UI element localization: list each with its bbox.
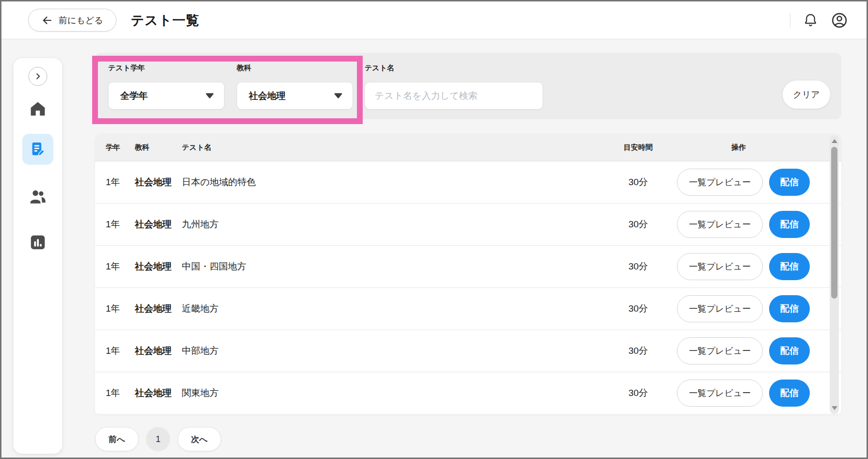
deliver-button[interactable]: 配信: [769, 253, 810, 280]
subject-filter-value: 社会地理: [249, 90, 286, 102]
app-window: 前にもどる テスト一覧: [0, 0, 868, 459]
preview-button[interactable]: 一覧プレビュー: [677, 169, 763, 196]
row-subject: 社会地理: [135, 260, 172, 273]
row-subject: 社会地理: [135, 176, 172, 189]
row-subject: 社会地理: [135, 302, 172, 315]
next-page-button[interactable]: 次へ: [177, 427, 221, 451]
row-duration: 30分: [603, 302, 674, 315]
grade-filter-label: テスト学年: [108, 63, 145, 73]
row-test-name: 九州地方: [182, 218, 219, 231]
scrollbar-thumb[interactable]: [831, 147, 837, 299]
row-grade: 1年: [106, 302, 120, 315]
header-actions: [790, 12, 848, 29]
test-name-search-input[interactable]: [365, 82, 543, 110]
row-test-name: 中部地方: [182, 345, 219, 357]
sidebar-item-home[interactable]: [29, 100, 47, 118]
sidebar-item-students[interactable]: [28, 188, 48, 205]
back-button-label: 前にもどる: [59, 15, 103, 26]
preview-button[interactable]: 一覧プレビュー: [677, 253, 763, 280]
table-body: 1年 社会地理 日本の地域的特色 30分 一覧プレビュー 配信 1年 社会地理 …: [95, 161, 841, 414]
deliver-button[interactable]: 配信: [769, 380, 810, 407]
clear-filters-button[interactable]: クリア: [782, 80, 831, 109]
sidebar-item-tests[interactable]: [22, 134, 53, 165]
row-duration: 30分: [603, 218, 674, 231]
table-header-row: 学年 教科 テスト名 目安時間 操作: [95, 134, 841, 161]
account-button[interactable]: [831, 12, 848, 29]
subject-filter-label: 教科: [237, 63, 251, 73]
people-icon: [28, 188, 48, 205]
sidebar-expand-button[interactable]: [29, 67, 48, 86]
row-duration: 30分: [603, 345, 674, 357]
sidebar-item-reports[interactable]: [29, 233, 47, 252]
table-row: 1年 社会地理 九州地方 30分 一覧プレビュー 配信: [95, 204, 841, 246]
deliver-button[interactable]: 配信: [769, 169, 810, 196]
current-page-button[interactable]: 1: [146, 427, 170, 451]
back-arrow-icon: [41, 15, 53, 26]
chevron-right-icon: [33, 72, 43, 81]
table-row: 1年 社会地理 日本の地域的特色 30分 一覧プレビュー 配信: [95, 161, 841, 204]
column-header-duration: 目安時間: [603, 143, 674, 152]
document-edit-icon: [29, 141, 47, 158]
grade-filter-select[interactable]: 全学年: [108, 82, 225, 110]
table-scrollbar[interactable]: [830, 135, 839, 414]
row-subject: 社会地理: [135, 345, 172, 357]
row-duration: 30分: [603, 387, 674, 399]
caret-down-icon: [334, 92, 343, 99]
row-grade: 1年: [106, 218, 120, 231]
sidebar-nav: [14, 58, 62, 454]
header-divider: [790, 13, 790, 28]
pagination: 前へ 1 次へ: [95, 427, 221, 451]
notifications-button[interactable]: [803, 12, 818, 28]
row-test-name: 近畿地方: [182, 302, 219, 315]
scroll-up-arrow-icon[interactable]: [832, 139, 837, 143]
preview-button[interactable]: 一覧プレビュー: [677, 380, 763, 407]
row-grade: 1年: [106, 176, 120, 189]
header-bar: 前にもどる テスト一覧: [1, 1, 867, 39]
preview-button[interactable]: 一覧プレビュー: [677, 295, 763, 322]
column-header-subject: 教科: [135, 143, 149, 152]
bell-icon: [803, 12, 818, 28]
preview-button[interactable]: 一覧プレビュー: [677, 337, 763, 364]
filter-panel: テスト学年 全学年 教科 社会地理 テスト名 クリア: [95, 53, 841, 119]
table-row: 1年 社会地理 中国・四国地方 30分 一覧プレビュー 配信: [95, 246, 841, 288]
grade-filter-value: 全学年: [120, 90, 148, 102]
row-test-name: 関東地方: [182, 387, 219, 399]
column-header-actions: 操作: [703, 143, 774, 152]
bar-chart-icon: [29, 233, 47, 252]
deliver-button[interactable]: 配信: [769, 295, 810, 322]
row-grade: 1年: [106, 260, 120, 273]
home-icon: [29, 100, 47, 118]
table-row: 1年 社会地理 近畿地方 30分 一覧プレビュー 配信: [95, 288, 841, 330]
back-button[interactable]: 前にもどる: [28, 9, 116, 32]
row-grade: 1年: [106, 387, 120, 399]
subject-filter-select[interactable]: 社会地理: [237, 82, 353, 110]
row-test-name: 中国・四国地方: [182, 260, 246, 273]
row-subject: 社会地理: [135, 218, 172, 231]
row-subject: 社会地理: [135, 387, 172, 399]
deliver-button[interactable]: 配信: [769, 337, 810, 364]
row-grade: 1年: [106, 345, 120, 357]
test-name-filter-label: テスト名: [365, 63, 394, 73]
table-row: 1年 社会地理 中部地方 30分 一覧プレビュー 配信: [95, 330, 841, 372]
column-header-grade: 学年: [106, 143, 120, 152]
table-row: 1年 社会地理 関東地方 30分 一覧プレビュー 配信: [95, 372, 841, 414]
scroll-down-arrow-icon[interactable]: [832, 406, 837, 410]
deliver-button[interactable]: 配信: [769, 211, 810, 238]
prev-page-button[interactable]: 前へ: [95, 427, 139, 451]
row-test-name: 日本の地域的特色: [182, 176, 256, 189]
page-title: テスト一覧: [131, 12, 200, 29]
tests-table: 学年 教科 テスト名 目安時間 操作 1年 社会地理 日本の地域的特色 30分 …: [95, 134, 841, 415]
row-duration: 30分: [603, 176, 674, 189]
preview-button[interactable]: 一覧プレビュー: [677, 211, 763, 238]
account-circle-icon: [831, 12, 848, 29]
caret-down-icon: [205, 92, 214, 99]
row-duration: 30分: [603, 260, 674, 273]
column-header-test-name: テスト名: [182, 143, 211, 152]
